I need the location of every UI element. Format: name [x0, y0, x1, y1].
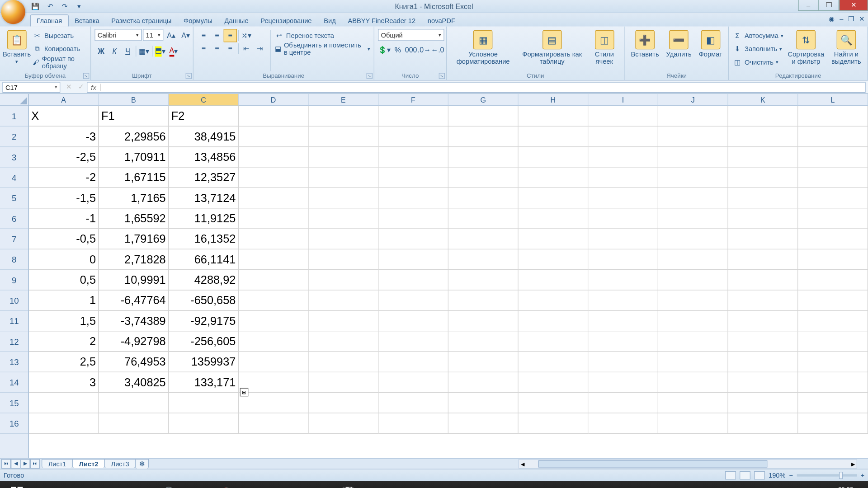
gridline[interactable] [99, 393, 169, 413]
gridline[interactable] [798, 413, 868, 434]
gridline[interactable] [378, 413, 448, 434]
cell-B2[interactable]: 2,29856 [99, 127, 169, 147]
cell-C12[interactable]: -256,605 [169, 331, 239, 352]
worksheet-grid[interactable]: ABCDEFGHIJKL 12345678910111213141516 XF1… [0, 94, 868, 458]
gridline[interactable] [798, 249, 868, 270]
gridline[interactable] [588, 393, 658, 413]
fx-icon[interactable]: fx [87, 84, 100, 91]
gridline[interactable] [728, 229, 798, 249]
gridline[interactable] [519, 393, 589, 413]
autofill-options-icon[interactable]: ⊞ [240, 388, 249, 397]
gridline[interactable] [588, 372, 658, 393]
col-header-B[interactable]: B [99, 94, 169, 105]
hscroll-thumb[interactable] [538, 460, 768, 468]
cell-A1[interactable]: X [29, 106, 99, 127]
gridline[interactable] [588, 311, 658, 331]
gridline[interactable] [588, 127, 658, 147]
cell-B13[interactable]: 76,4953 [99, 352, 169, 372]
gridline[interactable] [519, 352, 589, 372]
gridline[interactable] [588, 413, 658, 434]
row-headers[interactable]: 12345678910111213141516 [0, 106, 29, 458]
gridline[interactable] [309, 352, 379, 372]
conditional-formatting-button[interactable]: ▦Условное форматирование [450, 29, 516, 66]
mdi-restore-icon[interactable]: ❐ [848, 15, 854, 23]
font-dialog-launcher[interactable]: ↘ [185, 73, 191, 79]
gridline[interactable] [378, 372, 448, 393]
gridline[interactable] [448, 168, 519, 188]
gridline[interactable] [309, 168, 379, 188]
cell-A14[interactable]: 3 [29, 372, 99, 393]
gridline[interactable] [448, 352, 519, 372]
row-header-9[interactable]: 9 [0, 270, 28, 290]
font-color-button[interactable]: A▾ [167, 45, 180, 58]
gridline[interactable] [519, 168, 589, 188]
cell-C6[interactable]: 11,9125 [169, 208, 239, 229]
gridline[interactable] [728, 291, 798, 311]
taskbar-ie-icon[interactable]: e [33, 483, 61, 488]
italic-button[interactable]: К [108, 45, 121, 58]
decrease-indent-button[interactable]: ⇤ [240, 42, 253, 55]
gridline[interactable] [658, 127, 728, 147]
system-tray[interactable]: ▴ ⚑ 📶 🔊 РУС 20:09 18.03.2016 [765, 486, 865, 488]
taskbar-explorer-icon[interactable]: 📁 [63, 483, 92, 488]
percent-button[interactable]: % [391, 43, 404, 56]
font-name-combo[interactable]: Calibri▾ [94, 29, 142, 41]
gridline[interactable] [378, 270, 448, 290]
cell-B8[interactable]: 2,71828 [99, 249, 169, 270]
zoom-level[interactable]: 190% [769, 471, 786, 479]
row-header-6[interactable]: 6 [0, 208, 28, 229]
gridline[interactable] [798, 291, 868, 311]
sheet-nav-prev[interactable]: ◀ [11, 459, 20, 468]
cell-A7[interactable]: -0,5 [29, 229, 99, 249]
gridline[interactable] [658, 208, 728, 229]
gridline[interactable] [658, 188, 728, 208]
gridline[interactable] [239, 208, 309, 229]
gridline[interactable] [309, 331, 379, 352]
cell-A11[interactable]: 1,5 [29, 311, 99, 331]
gridline[interactable] [658, 147, 728, 167]
gridline[interactable] [448, 188, 519, 208]
taskbar-winrar-icon[interactable]: 📚 [213, 483, 242, 488]
cell-B5[interactable]: 1,7165 [99, 188, 169, 208]
gridline[interactable] [728, 208, 798, 229]
gridline[interactable] [588, 147, 658, 167]
gridline[interactable] [378, 393, 448, 413]
zoom-in-button[interactable]: + [860, 471, 864, 479]
col-header-I[interactable]: I [588, 94, 658, 105]
gridline[interactable] [448, 106, 519, 127]
row-header-8[interactable]: 8 [0, 249, 28, 270]
gridline[interactable] [378, 168, 448, 188]
gridline[interactable] [378, 188, 448, 208]
taskbar-excel-icon[interactable]: X [274, 483, 302, 488]
align-center-button[interactable]: ≡ [210, 42, 223, 55]
col-header-J[interactable]: J [658, 94, 728, 105]
decrease-decimal-button[interactable]: ←.0 [431, 43, 444, 56]
fill-button[interactable]: ⬇Заполнить▾ [732, 42, 783, 55]
gridline[interactable] [378, 147, 448, 167]
cell-A10[interactable]: 1 [29, 291, 99, 311]
gridline[interactable] [239, 352, 309, 372]
cell-styles-button[interactable]: ◫Стили ячеек [588, 29, 621, 66]
gridline[interactable] [169, 413, 239, 434]
copy-button[interactable]: ⧉Копировать [32, 42, 86, 55]
cell-B3[interactable]: 1,70911 [99, 147, 169, 167]
row-header-5[interactable]: 5 [0, 188, 28, 208]
gridline[interactable] [29, 393, 99, 413]
gridline[interactable] [239, 393, 309, 413]
cell-A8[interactable]: 0 [29, 249, 99, 270]
maximize-button[interactable]: ❐ [819, 0, 839, 11]
gridline[interactable] [239, 127, 309, 147]
sheet-nav-next[interactable]: ▶ [20, 459, 30, 468]
gridline[interactable] [519, 372, 589, 393]
cell-B14[interactable]: 3,40825 [99, 372, 169, 393]
gridline[interactable] [519, 311, 589, 331]
align-top-button[interactable]: ≡ [197, 29, 210, 42]
cells-area[interactable]: XF1F2-32,2985638,4915-2,51,7091113,4856-… [29, 106, 868, 458]
gridline[interactable] [448, 127, 519, 147]
gridline[interactable] [519, 331, 589, 352]
gridline[interactable] [448, 393, 519, 413]
gridline[interactable] [448, 208, 519, 229]
gridline[interactable] [309, 249, 379, 270]
gridline[interactable] [588, 188, 658, 208]
row-header-11[interactable]: 11 [0, 311, 28, 331]
